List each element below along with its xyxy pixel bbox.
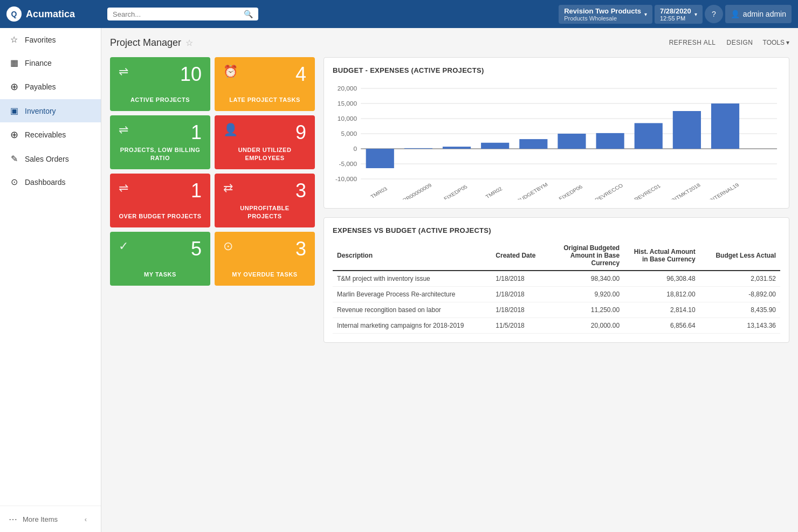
svg-rect-22: [673, 111, 701, 149]
collapse-sidebar-button[interactable]: ‹: [79, 513, 92, 526]
table-row: Internal marketing campaigns for 2018-20…: [333, 318, 780, 334]
refresh-all-button[interactable]: REFRESH ALL: [668, 37, 717, 49]
svg-rect-14: [366, 149, 394, 168]
receivables-icon: ⊕: [9, 129, 19, 141]
search-icon[interactable]: 🔍: [244, 10, 253, 18]
active-projects-icon: ⇌: [119, 65, 128, 79]
budget-4: 20,000.00: [548, 318, 624, 334]
sidebar-item-sales-orders[interactable]: ✎ Sales Orders: [0, 147, 101, 170]
design-button[interactable]: DESIGN: [726, 37, 754, 49]
sidebar-item-label: Favorites: [25, 36, 56, 44]
user-menu[interactable]: 👤 admin admin: [725, 5, 792, 23]
unprofitable-icon: ⇄: [223, 181, 233, 195]
expenses-table-title: EXPENSES VS BUDGET (ACTIVE PROJECTS): [333, 226, 780, 234]
budget-chart-section: BUDGET - EXPENSES (ACTIVE PROJECTS) 20,0…: [324, 57, 789, 209]
sidebar-item-label: Receivables: [25, 130, 66, 139]
logo-area[interactable]: Q Acumatica: [6, 6, 101, 22]
tile-over-budget[interactable]: ⇌ 1 OVER BUDGET PROJECTS: [110, 174, 210, 227]
sidebar-item-label: Finance: [25, 59, 52, 67]
my-tasks-icon: ✓: [119, 239, 128, 253]
sidebar-item-inventory[interactable]: ▣ Inventory: [0, 99, 101, 122]
unprofitable-number: 3: [295, 181, 306, 201]
favorites-icon: ☆: [9, 34, 19, 45]
less-4: 13,143.36: [700, 318, 780, 334]
page-title-area: Project Manager ☆: [110, 37, 193, 49]
actual-2: 18,812.00: [624, 287, 699, 302]
sidebar-item-receivables[interactable]: ⊕ Receivables: [0, 122, 101, 147]
svg-rect-15: [404, 148, 432, 149]
user-icon: 👤: [731, 10, 740, 18]
less-2: -8,892.00: [700, 287, 780, 302]
expenses-table-section: EXPENSES VS BUDGET (ACTIVE PROJECTS) Des…: [324, 217, 789, 343]
sidebar-item-payables[interactable]: ⊕ Payables: [0, 74, 101, 99]
date-1: 1/18/2018: [491, 271, 548, 287]
search-bar: 🔍: [107, 8, 258, 20]
search-input[interactable]: [113, 10, 240, 18]
svg-text:TMR03: TMR03: [369, 186, 389, 199]
my-tasks-number: 5: [191, 239, 202, 259]
low-billing-number: 1: [191, 123, 202, 142]
more-items[interactable]: ⋯ More Items ‹: [0, 506, 101, 532]
date-4: 11/5/2018: [491, 318, 548, 334]
less-1: 2,031.52: [700, 271, 780, 287]
sidebar-item-favorites[interactable]: ☆ Favorites: [0, 28, 101, 51]
col-hist-actual: Hist. Actual Amount in Base Currency: [624, 241, 699, 271]
tile-projects-low-billing[interactable]: ⇌ 1 PROJECTS, LOW BILLING RATIO: [110, 115, 210, 169]
svg-text:FIXEDP05: FIXEDP05: [443, 184, 469, 199]
desc-4: Internal marketing campaigns for 2018-20…: [333, 318, 491, 334]
tile-late-project-tasks[interactable]: ⏰ 4 LATE PROJECT TASKS: [215, 57, 315, 111]
svg-rect-16: [443, 147, 471, 149]
svg-rect-20: [596, 133, 624, 149]
low-billing-label: PROJECTS, LOW BILLING RATIO: [119, 146, 202, 162]
right-panel: BUDGET - EXPENSES (ACTIVE PROJECTS) 20,0…: [324, 57, 789, 343]
svg-text:REVREC01: REVREC01: [633, 183, 662, 199]
over-budget-label: OVER BUDGET PROJECTS: [119, 212, 201, 220]
my-overdue-icon: ⊙: [223, 239, 233, 253]
tools-button[interactable]: TOOLS ▾: [763, 39, 789, 46]
help-button[interactable]: ?: [705, 5, 723, 23]
tile-unprofitable[interactable]: ⇄ 3 UNPROFITABLE PROJECTS: [215, 174, 315, 227]
more-items-icon: ⋯: [9, 514, 17, 524]
page-title: Project Manager: [110, 37, 181, 49]
active-projects-label: ACTIVE PROJECTS: [130, 96, 190, 103]
date-3: 1/18/2018: [491, 302, 548, 318]
date-selector[interactable]: 7/28/2020 12:55 PM ▾: [655, 5, 703, 24]
tile-my-overdue-tasks[interactable]: ⊙ 3 MY OVERDUE TASKS: [215, 232, 315, 286]
my-tasks-label: MY TASKS: [144, 271, 176, 278]
tiles-row-1: ⇌ 10 ACTIVE PROJECTS ⏰ 4 LATE PROJECT TA…: [110, 57, 315, 111]
tile-under-utilized[interactable]: 👤 9 UNDER UTILIZED EMPLOYEES: [215, 115, 315, 169]
svg-text:0: 0: [353, 146, 357, 152]
company-name: Revision Two Products: [564, 7, 641, 15]
top-nav: Q Acumatica 🔍 Revision Two Products Prod…: [0, 0, 798, 28]
page-header: Project Manager ☆ REFRESH ALL DESIGN TOO…: [110, 37, 789, 49]
tools-chevron: ▾: [786, 39, 789, 46]
left-panel: ⇌ 10 ACTIVE PROJECTS ⏰ 4 LATE PROJECT TA…: [110, 57, 315, 343]
svg-text:-10,000: -10,000: [335, 176, 357, 182]
under-utilized-icon: 👤: [223, 123, 238, 137]
svg-text:PR00000009: PR00000009: [402, 182, 433, 199]
actual-4: 6,856.64: [624, 318, 699, 334]
tile-active-projects[interactable]: ⇌ 10 ACTIVE PROJECTS: [110, 57, 210, 111]
over-budget-number: 1: [191, 181, 202, 201]
company-selector[interactable]: Revision Two Products Products Wholesale…: [559, 5, 652, 24]
my-overdue-number: 3: [295, 239, 306, 259]
svg-text:INTMKT2018: INTMKT2018: [670, 182, 701, 199]
desc-1: T&M project with inventory issue: [333, 271, 491, 287]
favorite-star-icon[interactable]: ☆: [185, 38, 193, 48]
sidebar-item-dashboards[interactable]: ⊙ Dashboards: [0, 170, 101, 194]
active-projects-number: 10: [180, 65, 202, 84]
company-sub: Products Wholesale: [564, 15, 641, 22]
svg-text:10,000: 10,000: [338, 116, 357, 122]
inventory-icon: ▣: [9, 106, 19, 116]
more-items-label: More Items: [23, 515, 58, 523]
svg-text:BUDGETBYM: BUDGETBYM: [515, 182, 549, 199]
low-billing-icon: ⇌: [119, 123, 128, 137]
sidebar: ☆ Favorites ▦ Finance ⊕ Payables ▣ Inven…: [0, 28, 101, 532]
less-3: 8,435.90: [700, 302, 780, 318]
logo-text: Acumatica: [26, 9, 75, 20]
tile-my-tasks[interactable]: ✓ 5 MY TASKS: [110, 232, 210, 286]
svg-text:20,000: 20,000: [338, 86, 357, 92]
my-overdue-label: MY OVERDUE TASKS: [232, 271, 297, 278]
table-row: T&M project with inventory issue 1/18/20…: [333, 271, 780, 287]
sidebar-item-finance[interactable]: ▦ Finance: [0, 51, 101, 74]
